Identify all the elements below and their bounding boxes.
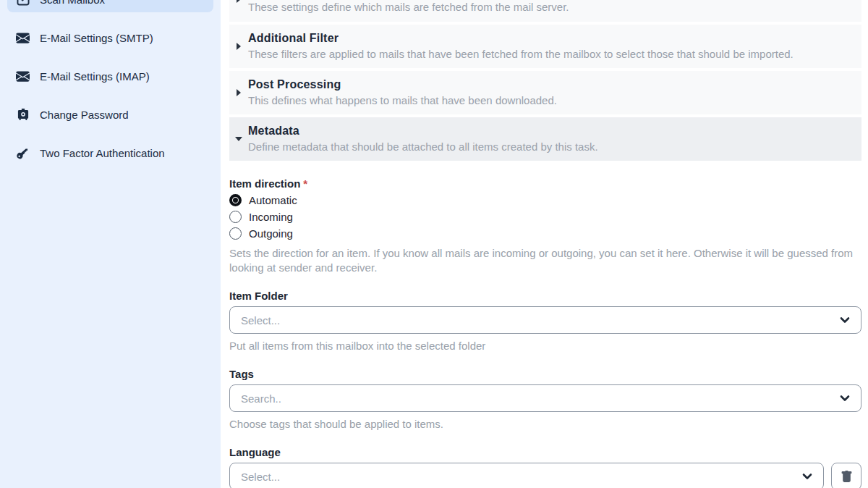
item-direction-label: Item direction	[229, 178, 300, 190]
key-icon	[16, 146, 30, 160]
section-title: Metadata	[248, 123, 598, 139]
section-description: These filters are applied to mails that …	[248, 46, 793, 62]
settings-sidebar: Scan Mailbox E-Mail Settings (SMTP) E-Ma…	[0, 0, 221, 488]
sidebar-item-email-settings-smtp[interactable]: E-Mail Settings (SMTP)	[7, 25, 213, 51]
sidebar-item-label: E-Mail Settings (SMTP)	[40, 32, 153, 44]
item-folder-label: Item Folder	[229, 290, 861, 302]
radio-option-outgoing[interactable]: Outgoing	[229, 227, 861, 240]
metadata-form: Item direction * Automatic Incoming Outg…	[229, 164, 861, 488]
item-direction-hint: Sets the direction for an item. If you k…	[229, 246, 861, 274]
radio-option-incoming[interactable]: Incoming	[229, 211, 861, 223]
item-folder-select[interactable]: Select...	[229, 306, 861, 334]
sidebar-item-change-password[interactable]: Change Password	[7, 101, 213, 127]
tags-label: Tags	[229, 369, 861, 380]
sidebar-item-scan-mailbox[interactable]: Scan Mailbox	[7, 0, 213, 12]
envelope-icon	[16, 70, 30, 83]
section-description: This defines what happens to mails that …	[248, 93, 557, 108]
radio-incoming[interactable]	[229, 211, 242, 223]
item-folder-field: Item Folder Select... Put all items from…	[229, 290, 861, 353]
chevron-down-icon	[802, 473, 812, 480]
item-folder-hint: Put all items from this mailbox into the…	[229, 339, 861, 353]
safe-icon	[16, 108, 30, 122]
language-label: Language	[229, 447, 861, 458]
radio-outgoing[interactable]	[229, 227, 242, 240]
envelope-check-icon	[16, 0, 30, 7]
accordion-section-additional-filter[interactable]: Additional Filter These filters are appl…	[229, 25, 861, 68]
accordion-section-post-processing[interactable]: Post Processing This defines what happen…	[229, 71, 861, 114]
sidebar-item-two-factor-auth[interactable]: Two Factor Authentication	[7, 140, 213, 166]
section-title: Additional Filter	[248, 30, 793, 46]
radio-option-automatic[interactable]: Automatic	[229, 194, 861, 206]
sidebar-item-label: Scan Mailbox	[40, 0, 105, 6]
tags-field: Tags Search.. Choose tags that should be…	[229, 369, 861, 431]
chevron-down-icon	[840, 316, 850, 324]
caret-right-icon	[229, 77, 248, 108]
section-description: Define metadata that should be attached …	[248, 139, 598, 154]
language-field: Language Select... Used for text ext	[229, 447, 861, 488]
required-asterisk: *	[303, 177, 307, 190]
chevron-down-icon	[840, 395, 850, 402]
tags-hint: Choose tags that should be applied to it…	[229, 417, 861, 431]
sidebar-item-label: Change Password	[40, 109, 129, 121]
section-description: These settings define which mails are fe…	[248, 0, 569, 14]
accordion-section-fetch-settings[interactable]: These settings define which mails are fe…	[229, 0, 861, 22]
radio-automatic[interactable]	[229, 194, 242, 206]
accordion-section-metadata[interactable]: Metadata Define metadata that should be …	[229, 117, 861, 161]
language-select[interactable]: Select...	[229, 463, 824, 488]
section-title: Post Processing	[248, 77, 557, 93]
mailbox-task-settings-panel: These settings define which mails are fe…	[229, 0, 861, 488]
caret-right-icon	[229, 30, 248, 62]
sidebar-item-label: Two Factor Authentication	[40, 147, 165, 159]
caret-right-icon	[229, 0, 248, 14]
clear-language-button[interactable]	[831, 463, 861, 488]
trash-icon	[841, 471, 853, 483]
caret-down-icon	[229, 123, 248, 154]
tags-select[interactable]: Search..	[229, 384, 861, 412]
sidebar-item-email-settings-imap[interactable]: E-Mail Settings (IMAP)	[7, 63, 213, 89]
envelope-icon	[16, 31, 30, 45]
sidebar-item-label: E-Mail Settings (IMAP)	[40, 70, 150, 83]
